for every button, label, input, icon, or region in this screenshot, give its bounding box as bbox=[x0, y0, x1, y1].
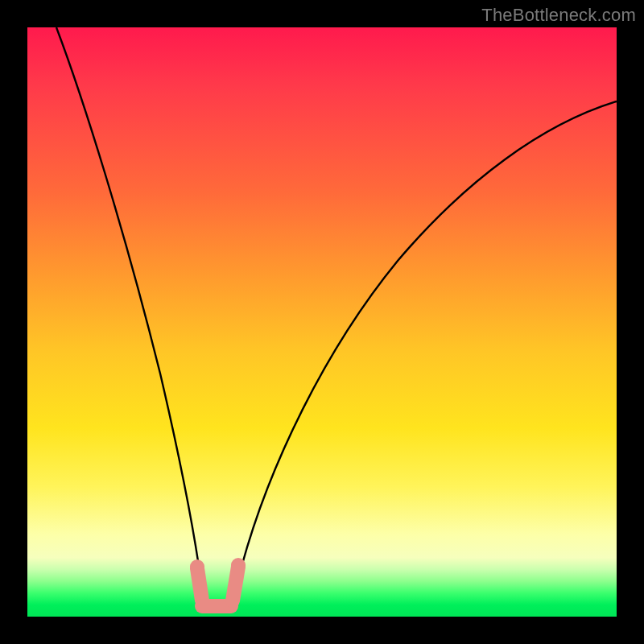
minimum-marker bbox=[190, 558, 246, 606]
curve-path bbox=[56, 27, 617, 612]
plot-area bbox=[27, 27, 617, 617]
svg-point-4 bbox=[231, 558, 246, 572]
bottleneck-curve bbox=[27, 27, 617, 617]
chart-frame: TheBottleneck.com bbox=[0, 0, 644, 644]
watermark-text: TheBottleneck.com bbox=[481, 5, 636, 26]
svg-point-3 bbox=[190, 559, 204, 574]
